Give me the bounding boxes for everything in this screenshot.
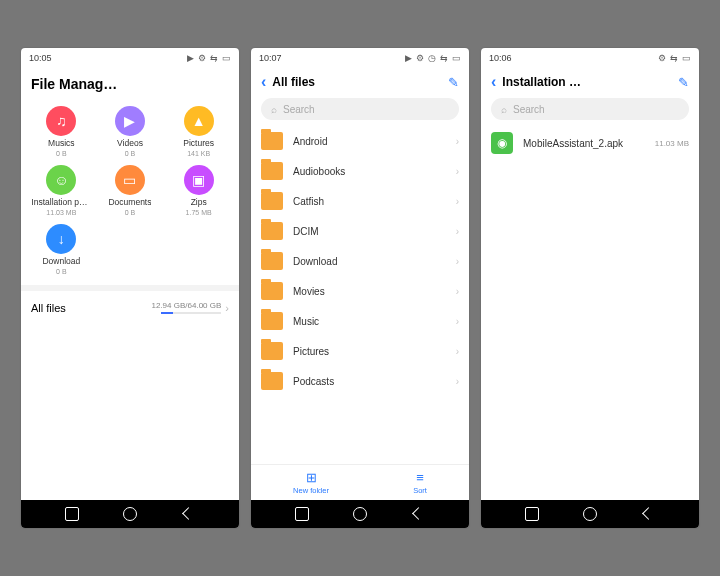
status-time: 10:05 [29, 53, 52, 63]
nav-recent[interactable] [525, 507, 539, 521]
play-icon: ▶ [405, 53, 412, 63]
category-label: Installation pack… [31, 197, 91, 207]
status-icons: ▶ ⚙ ⇆ ▭ [187, 53, 231, 63]
clock-icon: ◷ [428, 53, 436, 63]
folder-name: Download [293, 256, 446, 267]
new-folder-button[interactable]: ⊞ New folder [293, 470, 329, 495]
folder-name: Pictures [293, 346, 446, 357]
sort-button[interactable]: ≡ Sort [413, 470, 427, 495]
back-button[interactable]: ‹ [261, 74, 266, 90]
folder-row[interactable]: Movies› [251, 276, 469, 306]
android-icon: ◉ [491, 132, 513, 154]
bottom-toolbar: ⊞ New folder ≡ Sort [251, 464, 469, 500]
folder-icon [261, 192, 283, 210]
status-bar: 10:05 ▶ ⚙ ⇆ ▭ [21, 48, 239, 68]
category-zips[interactable]: ▣Zips1.75 MB [164, 165, 233, 216]
file-name: MobileAssistant_2.apk [523, 138, 645, 149]
folder-icon [261, 132, 283, 150]
category-documents[interactable]: ▭Documents0 B [96, 165, 165, 216]
edit-icon[interactable]: ✎ [448, 75, 459, 90]
search-placeholder: Search [513, 104, 545, 115]
nav-recent[interactable] [65, 507, 79, 521]
nav-back[interactable] [411, 507, 425, 521]
back-button[interactable]: ‹ [491, 74, 496, 90]
all-files-row[interactable]: All files 12.94 GB/64.00 GB › [21, 285, 239, 324]
category-icon: ▣ [184, 165, 214, 195]
new-folder-icon: ⊞ [306, 470, 317, 485]
category-grid: ♫Musics0 B▶Videos0 B▲Pictures141 KB☺Inst… [21, 102, 239, 285]
category-pictures[interactable]: ▲Pictures141 KB [164, 106, 233, 157]
edit-icon[interactable]: ✎ [678, 75, 689, 90]
folder-icon [261, 312, 283, 330]
chevron-right-icon: › [225, 302, 229, 314]
category-installation-pack-[interactable]: ☺Installation pack…11.03 MB [27, 165, 96, 216]
folder-row[interactable]: Catfish› [251, 186, 469, 216]
all-files-label: All files [31, 302, 66, 314]
search-input[interactable]: ⌕ Search [491, 98, 689, 120]
status-bar: 10:07 ▶ ⚙ ◷ ⇆ ▭ [251, 48, 469, 68]
category-icon: ▲ [184, 106, 214, 136]
nav-back[interactable] [641, 507, 655, 521]
folder-name: Movies [293, 286, 446, 297]
battery-icon: ▭ [222, 53, 231, 63]
status-icons: ⚙ ⇆ ▭ [658, 53, 691, 63]
chevron-right-icon: › [456, 286, 459, 297]
category-label: Musics [48, 138, 74, 148]
status-time: 10:07 [259, 53, 282, 63]
category-musics[interactable]: ♫Musics0 B [27, 106, 96, 157]
nav-home[interactable] [583, 507, 597, 521]
category-videos[interactable]: ▶Videos0 B [96, 106, 165, 157]
folder-name: Audiobooks [293, 166, 446, 177]
folder-row[interactable]: Audiobooks› [251, 156, 469, 186]
folder-icon [261, 372, 283, 390]
category-size: 0 B [56, 150, 67, 157]
folder-row[interactable]: Android› [251, 126, 469, 156]
folder-icon [261, 252, 283, 270]
android-navbar [21, 500, 239, 528]
gear-icon: ⚙ [416, 53, 424, 63]
new-folder-label: New folder [293, 486, 329, 495]
search-placeholder: Search [283, 104, 315, 115]
folder-row[interactable]: DCIM› [251, 216, 469, 246]
nav-back[interactable] [181, 507, 195, 521]
storage-indicator: 12.94 GB/64.00 GB [152, 301, 222, 314]
chevron-right-icon: › [456, 166, 459, 177]
folder-name: DCIM [293, 226, 446, 237]
sort-label: Sort [413, 486, 427, 495]
storage-bar [161, 312, 221, 314]
category-size: 11.03 MB [46, 209, 76, 216]
folder-name: Music [293, 316, 446, 327]
page-title: File Manag… [21, 68, 239, 102]
wifi-icon: ⇆ [210, 53, 218, 63]
category-label: Download [42, 256, 80, 266]
search-input[interactable]: ⌕ Search [261, 98, 459, 120]
chevron-right-icon: › [456, 346, 459, 357]
battery-icon: ▭ [682, 53, 691, 63]
screen-all-files: 10:07 ▶ ⚙ ◷ ⇆ ▭ ‹ All files ✎ ⌕ Search A… [251, 48, 469, 528]
status-icons: ▶ ⚙ ◷ ⇆ ▭ [405, 53, 461, 63]
folder-list: Android›Audiobooks›Catfish›DCIM›Download… [251, 126, 469, 464]
folder-icon [261, 162, 283, 180]
folder-row[interactable]: Podcasts› [251, 366, 469, 396]
folder-row[interactable]: Music› [251, 306, 469, 336]
screen-file-manager-home: 10:05 ▶ ⚙ ⇆ ▭ File Manag… ♫Musics0 B▶Vid… [21, 48, 239, 528]
file-row-apk[interactable]: ◉ MobileAssistant_2.apk 11.03 MB [481, 126, 699, 160]
nav-home[interactable] [123, 507, 137, 521]
category-size: 141 KB [187, 150, 210, 157]
chevron-right-icon: › [456, 226, 459, 237]
gear-icon: ⚙ [658, 53, 666, 63]
gear-icon: ⚙ [198, 53, 206, 63]
file-list: ◉ MobileAssistant_2.apk 11.03 MB [481, 126, 699, 500]
folder-icon [261, 342, 283, 360]
android-navbar [481, 500, 699, 528]
folder-row[interactable]: Pictures› [251, 336, 469, 366]
category-icon: ☺ [46, 165, 76, 195]
category-download[interactable]: ↓Download0 B [27, 224, 96, 275]
header-title: All files [272, 75, 442, 89]
header: ‹ Installation … ✎ [481, 68, 699, 94]
chevron-right-icon: › [456, 136, 459, 147]
nav-recent[interactable] [295, 507, 309, 521]
category-size: 0 B [125, 209, 136, 216]
nav-home[interactable] [353, 507, 367, 521]
folder-row[interactable]: Download› [251, 246, 469, 276]
